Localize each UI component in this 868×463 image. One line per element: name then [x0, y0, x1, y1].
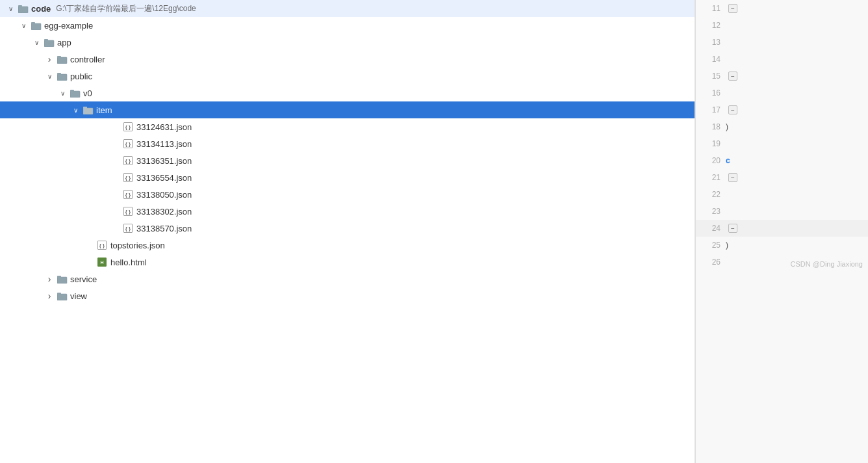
item-folder-icon	[83, 106, 94, 114]
line-23: 23	[696, 203, 868, 220]
file2-label: 33134113.json	[136, 139, 192, 149]
collapse-21[interactable]: −	[728, 173, 737, 182]
app-folder-icon	[44, 38, 55, 47]
tree-item-hello[interactable]: H hello.html	[0, 254, 695, 271]
line-num-15: 15	[701, 72, 721, 81]
json-icon-3: { }	[122, 155, 134, 166]
line-25: 25 )	[696, 237, 868, 254]
html-icon-hello: H	[96, 256, 108, 268]
view-label: view	[70, 291, 87, 301]
json-icon-6: { }	[122, 205, 134, 217]
line-26: 26 CSDN @Ding Jiaxiong	[696, 254, 868, 271]
json-icon-1: { }	[122, 121, 134, 133]
line-num-16: 16	[701, 88, 721, 98]
line-13: 13	[696, 34, 868, 51]
item-chevron	[70, 105, 81, 115]
collapse-17[interactable]: −	[728, 105, 737, 114]
line-num-19: 19	[701, 139, 721, 148]
svg-rect-10	[70, 91, 80, 98]
json-icon-5: { }	[122, 189, 134, 200]
tree-item-egg-example[interactable]: egg-example	[0, 17, 695, 34]
svg-rect-0	[18, 7, 28, 13]
svg-rect-3	[31, 22, 35, 24]
file5-label: 33138050.json	[136, 190, 192, 200]
line-15: 15 −	[696, 68, 868, 85]
svg-rect-4	[44, 40, 54, 47]
svg-rect-1	[18, 5, 22, 7]
line-14: 14	[696, 51, 868, 68]
svg-rect-11	[70, 90, 74, 92]
svg-rect-15	[57, 276, 61, 278]
root-folder-path: G:\丁家雄自学前端最后一遍\12Egg\code	[56, 3, 196, 14]
app-label: app	[57, 38, 71, 47]
line-20: 20 c	[696, 152, 868, 169]
line-num-25: 25	[701, 241, 721, 250]
root-folder-icon	[18, 5, 29, 13]
file1-label: 33124631.json	[136, 122, 192, 132]
svg-rect-14	[57, 277, 67, 284]
svg-rect-9	[57, 73, 61, 75]
tree-item-file4[interactable]: { } 33136554.json	[0, 169, 695, 186]
line-num-20: 20	[701, 156, 721, 165]
line-num-17: 17	[701, 105, 721, 114]
v0-chevron	[57, 88, 68, 98]
tree-item-v0[interactable]: v0	[0, 85, 695, 101]
line-num-26: 26	[701, 258, 721, 267]
svg-rect-13	[83, 107, 87, 109]
tree-item-app[interactable]: app	[0, 34, 695, 51]
tree-item-file1[interactable]: { } 33124631.json	[0, 118, 695, 135]
line-22: 22	[696, 186, 868, 203]
collapse-24[interactable]: −	[728, 224, 737, 233]
line-21: 21 −	[696, 169, 868, 186]
svg-rect-7	[57, 56, 61, 58]
line-content-18: )	[726, 122, 728, 131]
line-11: 11 −	[696, 0, 868, 17]
tree-item-file2[interactable]: { } 33134113.json	[0, 135, 695, 152]
json-icon-topstories: { }	[96, 239, 108, 251]
file3-label: 33136351.json	[136, 156, 192, 166]
json-icon-2: { }	[122, 138, 134, 150]
item-label: item	[96, 105, 112, 115]
file-tree-panel: code G:\丁家雄自学前端最后一遍\12Egg\code egg-examp…	[0, 0, 695, 463]
tree-item-file7[interactable]: { } 33138570.json	[0, 220, 695, 237]
tree-item-service[interactable]: service	[0, 271, 695, 287]
line-num-21: 21	[701, 173, 721, 182]
line-num-22: 22	[701, 190, 721, 199]
line-16: 16	[696, 85, 868, 101]
egg-example-folder-icon	[31, 21, 42, 30]
service-folder-icon	[57, 275, 68, 284]
line-17: 17 −	[696, 101, 868, 118]
collapse-11[interactable]: −	[728, 4, 737, 13]
tree-item-public[interactable]: public	[0, 68, 695, 85]
line-18: 18 )	[696, 118, 868, 135]
tree-item-topstories[interactable]: { } topstories.json	[0, 237, 695, 254]
json-icon-4: { }	[122, 172, 134, 183]
v0-label: v0	[83, 88, 92, 98]
collapse-15[interactable]: −	[728, 72, 737, 81]
line-numbers-panel: 11 − 12 13 14 15 − 16 17 − 18 ) 19 20 c …	[695, 0, 868, 463]
egg-example-label: egg-example	[44, 21, 93, 31]
controller-label: controller	[70, 55, 105, 64]
svg-rect-8	[57, 74, 67, 81]
line-num-13: 13	[701, 38, 721, 47]
view-folder-icon	[57, 292, 68, 300]
path-header: code G:\丁家雄自学前端最后一遍\12Egg\code	[0, 0, 695, 17]
tree-item-view[interactable]: view	[0, 287, 695, 304]
tree-item-file5[interactable]: { } 33138050.json	[0, 186, 695, 203]
controller-chevron	[44, 54, 55, 64]
tree-item-file6[interactable]: { } 33138302.json	[0, 203, 695, 220]
svg-rect-12	[83, 108, 93, 114]
watermark-text: CSDN @Ding Jiaxiong	[791, 260, 863, 268]
tree-item-file3[interactable]: { } 33136351.json	[0, 152, 695, 169]
svg-rect-2	[31, 23, 41, 30]
tree-item-controller[interactable]: controller	[0, 51, 695, 68]
root-chevron[interactable]	[5, 3, 16, 14]
tree-item-item[interactable]: item	[0, 101, 695, 118]
public-chevron	[44, 71, 55, 81]
view-chevron	[44, 291, 55, 301]
svg-rect-17	[57, 293, 61, 295]
line-24: 24 −	[696, 220, 868, 237]
public-label: public	[70, 72, 92, 81]
line-content-25: )	[726, 241, 728, 250]
topstories-label: topstories.json	[110, 241, 165, 250]
